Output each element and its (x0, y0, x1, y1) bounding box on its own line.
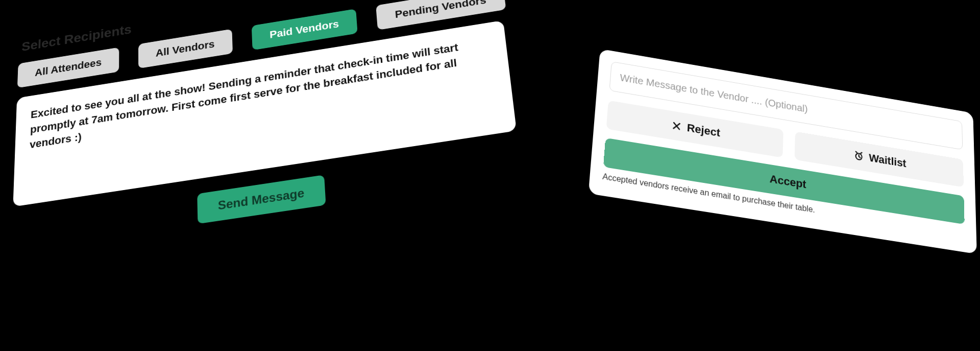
compose-panel: Select Recipients All Attendees All Vend… (11, 0, 522, 251)
send-message-button[interactable]: Send Message (197, 175, 326, 224)
vendor-card: Write Message to the Vendor .... (Option… (589, 49, 977, 254)
svg-line-5 (855, 152, 857, 153)
svg-line-6 (861, 152, 862, 153)
vendor-response-panel: Write Message to the Vendor .... (Option… (589, 49, 977, 254)
chip-all-attendees[interactable]: All Attendees (17, 48, 119, 88)
svg-line-4 (859, 156, 860, 157)
close-icon (672, 120, 682, 131)
clock-icon (853, 150, 864, 162)
waitlist-label: Waitlist (869, 151, 906, 170)
reject-label: Reject (687, 122, 720, 140)
chip-paid-vendors[interactable]: Paid Vendors (252, 9, 358, 50)
chip-all-vendors[interactable]: All Vendors (138, 29, 233, 69)
